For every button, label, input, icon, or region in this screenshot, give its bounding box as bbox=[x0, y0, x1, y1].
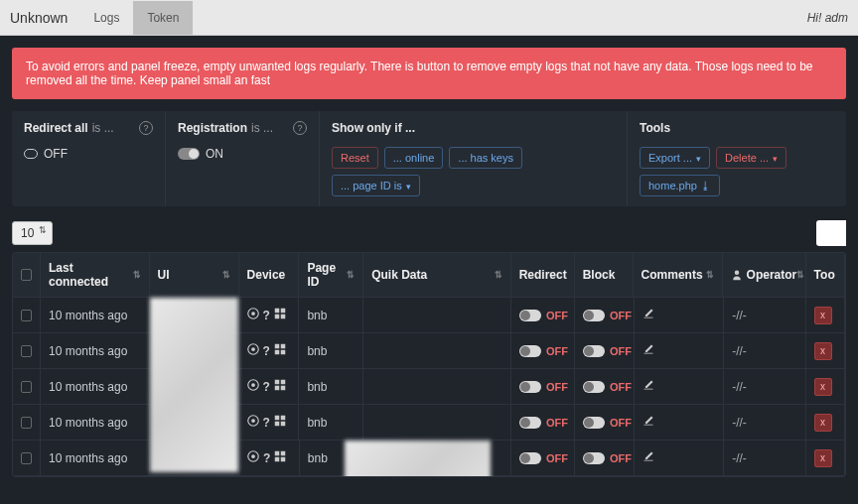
cell-last-connected: 10 months ago bbox=[41, 369, 150, 404]
cell-last-connected: 10 months ago bbox=[41, 405, 150, 440]
help-icon[interactable]: ? bbox=[293, 121, 307, 135]
toggle-label: OFF bbox=[546, 345, 568, 357]
cell-quikdata bbox=[363, 333, 511, 368]
filter-haskeys-button[interactable]: ... has keys bbox=[449, 147, 522, 169]
search-input[interactable] bbox=[816, 220, 846, 246]
cell-checkbox[interactable] bbox=[13, 333, 41, 368]
block-toggle[interactable]: OFF bbox=[583, 417, 632, 429]
col-comments[interactable]: Comments⇅ bbox=[634, 253, 723, 297]
sort-icon: ⇅ bbox=[133, 270, 141, 280]
col-block[interactable]: Block bbox=[575, 253, 634, 297]
sort-icon: ⇅ bbox=[222, 270, 230, 280]
cell-redirect: OFF bbox=[511, 405, 575, 440]
svg-rect-23 bbox=[281, 422, 286, 427]
toggle-switch-icon bbox=[583, 345, 605, 357]
cell-pageid: bnb bbox=[299, 298, 363, 332]
edit-icon[interactable] bbox=[643, 450, 654, 465]
question-icon: ? bbox=[263, 380, 270, 394]
svg-rect-2 bbox=[275, 309, 280, 314]
link-icon bbox=[24, 149, 38, 159]
redirect-toggle[interactable]: OFF bbox=[519, 345, 568, 357]
cell-pageid: bnb bbox=[299, 333, 363, 368]
home-button[interactable]: home.php ⭳ bbox=[640, 175, 720, 196]
redirect-toggle[interactable]: OFF bbox=[519, 310, 568, 321]
cell-checkbox[interactable] bbox=[13, 369, 41, 404]
cell-block: OFF bbox=[575, 298, 635, 332]
cell-quikdata bbox=[363, 405, 511, 440]
col-device[interactable]: Device bbox=[239, 253, 300, 297]
redirect-all-cell: Redirect all is ... ? OFF bbox=[12, 111, 166, 206]
col-quikdata[interactable]: Quik Data⇅ bbox=[363, 253, 511, 297]
reset-button[interactable]: Reset bbox=[332, 147, 378, 169]
cell-block: OFF bbox=[575, 369, 635, 404]
chevron-down-icon: ▾ bbox=[406, 182, 411, 191]
block-toggle[interactable]: OFF bbox=[583, 452, 632, 464]
svg-rect-16 bbox=[275, 386, 280, 391]
toggle-switch-icon bbox=[519, 417, 541, 429]
filter-pageid-button[interactable]: ... page ID is▾ bbox=[332, 175, 420, 196]
edit-icon[interactable] bbox=[643, 379, 654, 394]
toggle-label: OFF bbox=[546, 381, 568, 393]
perpage-select[interactable]: 10 ⇅ bbox=[12, 221, 53, 245]
block-toggle[interactable]: OFF bbox=[583, 310, 632, 321]
col-operator[interactable]: Operator⇅ bbox=[723, 253, 806, 297]
windows-icon bbox=[274, 308, 286, 322]
toggle-label: OFF bbox=[546, 417, 568, 429]
cell-ui bbox=[150, 298, 239, 332]
block-toggle[interactable]: OFF bbox=[583, 381, 632, 393]
svg-rect-5 bbox=[281, 315, 286, 319]
tab-token[interactable]: Token bbox=[133, 1, 193, 35]
table-row: 10 months ago ? bnb OFF OFF -//- x bbox=[13, 441, 845, 476]
cell-checkbox[interactable] bbox=[13, 298, 41, 332]
svg-rect-27 bbox=[281, 451, 286, 456]
delete-button[interactable]: Delete ...▾ bbox=[716, 147, 786, 169]
cell-checkbox[interactable] bbox=[13, 405, 41, 440]
delete-row-button[interactable]: x bbox=[814, 449, 832, 467]
table-row: 10 months ago ? bnb OFF OFF -//- x bbox=[13, 298, 845, 333]
col-redirect[interactable]: Redirect bbox=[511, 253, 575, 297]
svg-rect-28 bbox=[275, 457, 280, 462]
edit-icon[interactable] bbox=[643, 308, 654, 322]
redirect-toggle[interactable]: OFF bbox=[519, 381, 568, 393]
delete-row-button[interactable]: x bbox=[814, 342, 832, 360]
table-row: 10 months ago ? bnb OFF OFF -//- x bbox=[13, 405, 845, 441]
windows-icon bbox=[274, 343, 286, 358]
tools-cell: Tools Export ...▾ Delete ...▾ home.php ⭳ bbox=[628, 111, 846, 206]
export-button[interactable]: Export ...▾ bbox=[640, 147, 710, 169]
help-icon[interactable]: ? bbox=[139, 121, 153, 135]
block-toggle[interactable]: OFF bbox=[583, 345, 632, 357]
redirect-toggle[interactable]: OFF bbox=[519, 417, 568, 429]
brand-title: Unknown bbox=[10, 10, 68, 26]
cell-checkbox[interactable] bbox=[13, 441, 41, 475]
toggle-switch-icon bbox=[519, 310, 541, 321]
registration-toggle[interactable]: ON bbox=[178, 147, 307, 161]
sort-icon: ⇅ bbox=[495, 270, 502, 280]
svg-rect-15 bbox=[281, 380, 286, 385]
cell-last-connected: 10 months ago bbox=[41, 298, 150, 332]
col-tool[interactable]: Too bbox=[806, 253, 845, 297]
cell-pageid: bnb bbox=[299, 369, 363, 404]
list-controls: 10 ⇅ bbox=[12, 220, 846, 246]
col-pageid[interactable]: Page ID⇅ bbox=[299, 253, 363, 297]
svg-point-1 bbox=[251, 312, 255, 315]
filter-online-button[interactable]: ... online bbox=[384, 147, 444, 169]
redirect-toggle[interactable]: OFF bbox=[519, 452, 568, 464]
edit-icon[interactable] bbox=[643, 415, 654, 430]
registration-title: Registration bbox=[178, 121, 247, 135]
toggle-label: OFF bbox=[546, 310, 568, 321]
edit-icon[interactable] bbox=[643, 343, 654, 358]
cell-operator: -//- bbox=[724, 298, 805, 332]
windows-icon bbox=[274, 450, 286, 465]
toggle-switch-icon bbox=[519, 452, 541, 464]
col-checkbox[interactable] bbox=[13, 253, 41, 297]
chevron-down-icon: ▾ bbox=[773, 154, 778, 164]
delete-row-button[interactable]: x bbox=[814, 414, 832, 432]
col-ui[interactable]: UI⇅ bbox=[150, 253, 239, 297]
cell-quikdata bbox=[363, 298, 511, 332]
redirect-toggle[interactable]: OFF bbox=[24, 147, 153, 161]
delete-row-button[interactable]: x bbox=[814, 307, 832, 324]
delete-row-button[interactable]: x bbox=[814, 378, 832, 396]
cell-tool: x bbox=[806, 298, 845, 332]
tab-logs[interactable]: Logs bbox=[79, 1, 133, 35]
col-last-connected[interactable]: Last connected⇅ bbox=[41, 253, 150, 297]
